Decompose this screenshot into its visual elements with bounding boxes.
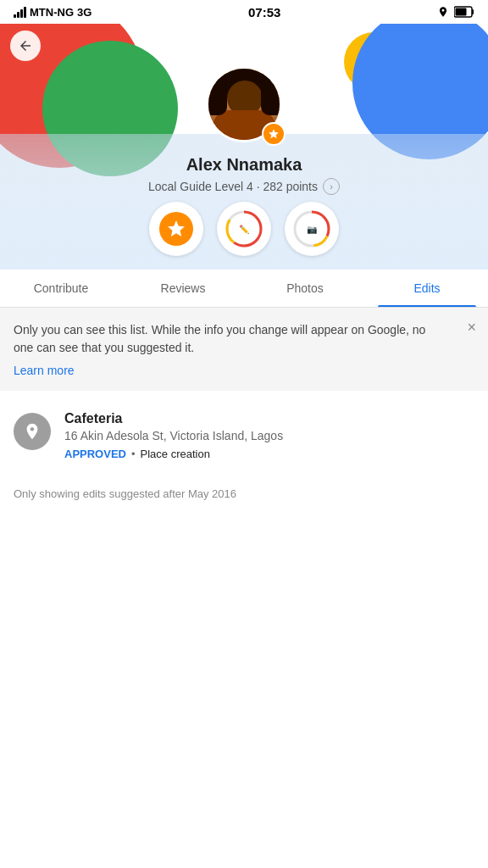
time-label: 07:53: [248, 5, 280, 19]
tab-contribute[interactable]: Contribute: [0, 270, 122, 307]
battery-icon: [454, 6, 474, 18]
info-banner-text: Only you can see this list. While the in…: [14, 321, 447, 357]
avatar: [206, 66, 282, 142]
carrier-label: MTN-NG: [30, 6, 74, 19]
edit-list-item[interactable]: Cafeteria 16 Akin Adesola St, Victoria I…: [0, 398, 488, 474]
profile-name: Alex Nnamaka: [0, 155, 488, 175]
edit-details: Cafeteria 16 Akin Adesola St, Victoria I…: [64, 411, 474, 460]
profile-arrow-button[interactable]: ›: [323, 178, 340, 195]
badge-level[interactable]: ✏️: [217, 202, 271, 256]
edit-status-row: APPROVED • Place creation: [64, 448, 474, 460]
back-button[interactable]: [10, 31, 41, 61]
edit-status-badge: APPROVED: [64, 448, 126, 460]
status-bar: MTN-NG 3G 07:53: [0, 0, 488, 24]
tab-reviews[interactable]: Reviews: [122, 270, 244, 307]
learn-more-link[interactable]: Learn more: [14, 364, 447, 377]
tab-photos[interactable]: Photos: [244, 270, 366, 307]
profile-subtitle: Local Guide Level 4 · 282 points ›: [0, 178, 488, 195]
badges-row: ✏️ 📷: [0, 202, 488, 256]
edit-place-address: 16 Akin Adesola St, Victoria Island, Lag…: [64, 429, 474, 442]
signal-icon: [14, 6, 26, 18]
edit-place-name: Cafeteria: [64, 411, 474, 426]
edit-status-type: Place creation: [141, 448, 210, 460]
svg-rect-2: [456, 8, 467, 16]
status-left: MTN-NG 3G: [14, 6, 92, 19]
edit-location-icon: [14, 413, 51, 450]
status-right: [437, 6, 474, 18]
close-banner-button[interactable]: ×: [467, 320, 476, 335]
svg-rect-1: [472, 9, 474, 14]
network-label: 3G: [77, 6, 92, 19]
profile-subtitle-text: Local Guide Level 4 · 282 points: [148, 180, 318, 193]
info-banner: Only you can see this list. While the in…: [0, 308, 488, 391]
profile-info: Alex Nnamaka Local Guide Level 4 · 282 p…: [0, 155, 488, 195]
badge-local-guide[interactable]: [149, 202, 203, 256]
tabs-bar: Contribute Reviews Photos Edits: [0, 270, 488, 308]
edit-status-separator: •: [131, 448, 136, 460]
profile-header: Alex Nnamaka Local Guide Level 4 · 282 p…: [0, 24, 488, 270]
tab-edits[interactable]: Edits: [366, 270, 488, 307]
badge-photos[interactable]: 📷: [285, 202, 339, 256]
footer-note: Only showing edits suggested after May 2…: [0, 474, 488, 514]
avatar-star-badge: [262, 122, 286, 146]
location-status-icon: [437, 6, 449, 18]
